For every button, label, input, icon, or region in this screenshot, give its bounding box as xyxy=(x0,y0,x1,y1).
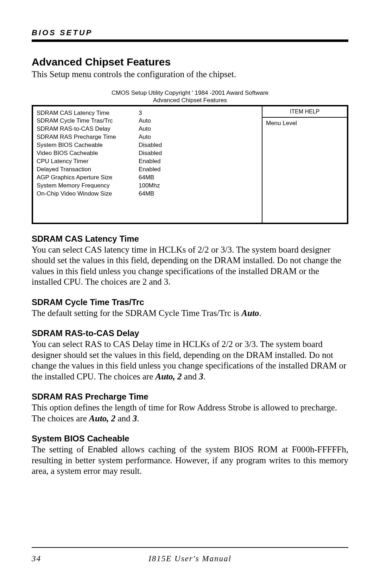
cmos-label: On-Chip Video Window Size xyxy=(37,190,139,198)
section-heading: SDRAM Cycle Time Tras/Trc xyxy=(32,297,348,307)
section-heading: System BIOS Cacheable xyxy=(32,434,348,444)
cmos-value: Auto xyxy=(139,125,258,133)
footer: 34 I815E User's Manual xyxy=(32,547,348,563)
cmos-value: 64MB xyxy=(139,174,258,182)
cmos-label: SDRAM RAS-to-CAS Delay xyxy=(37,125,139,133)
section-body: You can select CAS latency time in HCLKs… xyxy=(32,245,348,287)
text: The setting of xyxy=(32,445,88,454)
section-heading: SDRAM CAS Latency Time xyxy=(32,234,348,244)
cmos-help-panel: ITEM HELP Menu Level xyxy=(262,106,347,223)
cmos-row: On-Chip Video Window Size64MB xyxy=(37,190,258,198)
text: and xyxy=(115,414,133,423)
cmos-label: SDRAM RAS Precharge Time xyxy=(37,133,139,141)
emphasis: 3 xyxy=(199,372,203,381)
cmos-row: System Memory Frequency100Mhz xyxy=(37,182,258,190)
cmos-label: System BIOS Cacheable xyxy=(37,141,139,149)
cmos-row: CPU Latency TimerEnabled xyxy=(37,157,258,166)
text: and xyxy=(182,372,199,381)
cmos-value: 100Mhz xyxy=(139,182,258,190)
text: . xyxy=(203,372,205,381)
emphasis: Auto xyxy=(241,308,259,318)
cmos-settings-list: SDRAM CAS Latency Time3 SDRAM Cycle Time… xyxy=(33,106,262,223)
cmos-value: Disabled xyxy=(139,141,258,149)
footer-line: 34 I815E User's Manual xyxy=(32,554,348,563)
section-body: The setting of Enabled allows caching of… xyxy=(32,444,348,477)
cmos-caption-line1: CMOS Setup Utility Copyright ' 1984 -200… xyxy=(112,89,268,96)
section-body: The default setting for the SDRAM Cycle … xyxy=(32,308,348,319)
cmos-value: Disabled xyxy=(139,149,258,157)
cmos-label: CPU Latency Timer xyxy=(37,157,139,166)
footer-rule xyxy=(32,547,348,548)
cmos-row: Video BIOS CacheableDisabled xyxy=(37,149,258,157)
page-title: Advanced Chipset Features xyxy=(32,56,348,68)
cmos-help-title: ITEM HELP xyxy=(262,106,347,118)
emphasis: 3 xyxy=(133,414,137,423)
cmos-box: SDRAM CAS Latency Time3 SDRAM Cycle Time… xyxy=(32,105,348,224)
manual-name: I815E User's Manual xyxy=(102,554,278,563)
cmos-label: Delayed Transaction xyxy=(37,166,139,174)
cmos-value: Auto xyxy=(139,133,258,141)
cmos-row: SDRAM Cycle Time Tras/TrcAuto xyxy=(37,117,258,125)
cmos-row: SDRAM RAS Precharge TimeAuto xyxy=(37,133,258,141)
running-header: BIOS SETUP xyxy=(32,28,348,37)
page: BIOS SETUP Advanced Chipset Features Thi… xyxy=(0,0,380,588)
text: The default setting for the SDRAM Cycle … xyxy=(32,308,241,318)
section-body: You can select RAS to CAS Delay time in … xyxy=(32,339,348,382)
cmos-row: SDRAM RAS-to-CAS DelayAuto xyxy=(37,125,258,133)
emphasis: Auto, 2 xyxy=(156,372,182,381)
page-number: 34 xyxy=(32,554,102,563)
cmos-label: System Memory Frequency xyxy=(37,182,139,190)
cmos-label: Video BIOS Cacheable xyxy=(37,149,139,157)
text: . xyxy=(259,308,261,318)
cmos-row: SDRAM CAS Latency Time3 xyxy=(37,109,258,117)
cmos-value: 3 xyxy=(139,109,258,117)
cmos-caption-line2: Advanced Chipset Features xyxy=(153,97,227,104)
section-heading: SDRAM RAS-to-CAS Delay xyxy=(32,328,348,338)
cmos-value: Auto xyxy=(139,117,258,125)
cmos-help-body: Menu Level xyxy=(262,118,347,223)
cmos-row: Delayed TransactionEnabled xyxy=(37,166,258,174)
cmos-row: AGP Graphics Aperture Size64MB xyxy=(37,174,258,182)
cmos-label: AGP Graphics Aperture Size xyxy=(37,174,139,182)
cmos-value: 64MB xyxy=(139,190,258,198)
intro-text: This Setup menu controls the configurati… xyxy=(32,69,348,79)
cmos-row: System BIOS CacheableDisabled xyxy=(37,141,258,149)
text: . xyxy=(137,414,139,423)
text: This option defines the length of time f… xyxy=(32,403,337,423)
section-heading: SDRAM RAS Precharge Time xyxy=(32,392,348,402)
section-body: This option defines the length of time f… xyxy=(32,402,348,424)
header-rule xyxy=(32,39,348,42)
cmos-label: SDRAM Cycle Time Tras/Trc xyxy=(37,117,139,125)
inline-code: Enabled xyxy=(88,445,118,454)
cmos-value: Enabled xyxy=(139,157,258,166)
cmos-caption: CMOS Setup Utility Copyright ' 1984 -200… xyxy=(32,89,348,104)
cmos-value: Enabled xyxy=(139,166,258,174)
cmos-label: SDRAM CAS Latency Time xyxy=(37,109,139,117)
emphasis: Auto, 2 xyxy=(89,414,115,423)
